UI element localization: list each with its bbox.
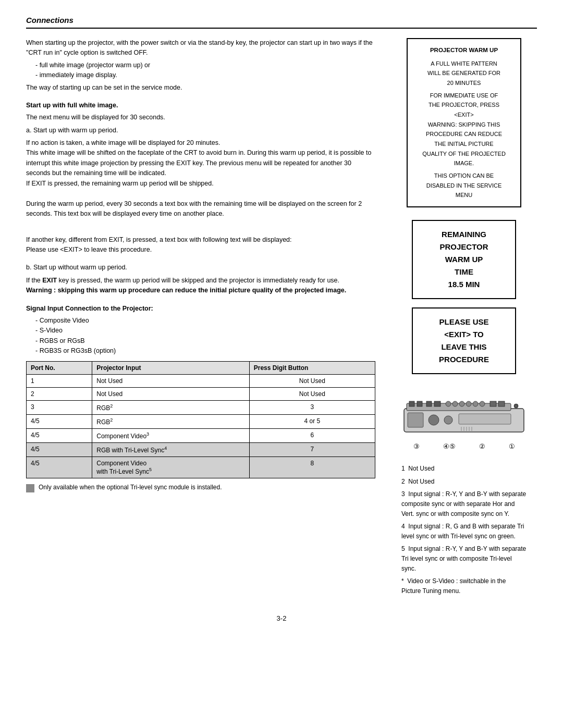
col-button: Press Digit Button [249, 362, 375, 375]
svg-rect-17 [459, 414, 511, 424]
svg-point-23 [514, 404, 518, 408]
note-3: 3 Input signal : R-Y, Y and B-Y with sep… [401, 489, 527, 519]
warmup-line10: QUALITY OF THE PROJECTED [415, 149, 513, 159]
signal-bullets: Composite Video S-Video RGBS or RGsB RGB… [26, 316, 375, 356]
svg-rect-13 [498, 401, 505, 406]
right-column: PROJECTOR WARM UP A FULL WHITE PATTERN W… [391, 38, 537, 599]
page-title: Connections [26, 16, 74, 24]
startup-title: Start up with full white image. [26, 101, 375, 110]
table-row: 2 Not Used Not Used [27, 388, 375, 401]
cell-button: 7 [249, 443, 375, 457]
cell-port: 2 [27, 388, 92, 401]
footnote-icon [26, 484, 34, 492]
startup-para10: If the EXIT key is pressed, the warm up … [26, 276, 375, 286]
please-line3: LEAVE THIS [423, 341, 505, 353]
startup-para2: a. Start up with warm up period. [26, 126, 375, 135]
svg-point-16 [444, 416, 452, 424]
warmup-period-text: During the warm up period, every 30 seco… [26, 199, 375, 219]
warmup-line5: THE PROJECTOR, PRESS [415, 100, 513, 110]
table-row: 1 Not Used Not Used [27, 375, 375, 388]
remaining-line5: 18.5 MIN [423, 278, 505, 291]
col-port: Port No. [27, 362, 92, 375]
left-column: When starting up the projector, with the… [26, 38, 375, 599]
svg-rect-5 [434, 401, 440, 406]
warmup-line3: 20 MINUTES [415, 78, 513, 88]
col-input: Projector Input [92, 362, 250, 375]
warmup-line2: WILL BE GENERATED FOR [415, 68, 513, 78]
intro-text: When starting up the projector, with the… [26, 38, 375, 93]
exit-para7: If another key, different from EXIT, is … [26, 235, 375, 245]
startup-warning: Warning : skipping this warm up procedur… [26, 286, 375, 295]
warmup-para6: During the warm up period, every 30 seco… [26, 199, 375, 219]
cell-input: Component Video3 [92, 429, 250, 443]
please-use-box: PLEASE USE <EXIT> TO LEAVE THIS PROCEDUR… [412, 307, 516, 374]
note-2: 2 Not Used [401, 477, 527, 487]
table-row: 3 RGB2 3 [27, 401, 375, 415]
callout-1: ① [509, 442, 515, 450]
cell-port: 4/5 [27, 415, 92, 429]
warmup-line7: WARNING: SKIPPING THIS [415, 120, 513, 130]
cell-input: Not Used [92, 388, 250, 401]
svg-rect-12 [490, 401, 496, 406]
svg-rect-4 [426, 401, 432, 406]
svg-rect-14 [408, 413, 423, 427]
cell-input: Component Videowith Tri-Level Sync5 [92, 457, 250, 478]
signal-bullet-1: Composite Video [35, 316, 375, 326]
please-line4: PROCEDURE [423, 353, 505, 366]
warmup-line8: PROCEDURE CAN REDUCE [415, 129, 513, 139]
cell-port: 3 [27, 401, 92, 415]
cell-input: Not Used [92, 375, 250, 388]
signal-bullet-2: S-Video [35, 326, 375, 336]
callout-labels: ③ ④⑤ ② ① [401, 442, 527, 450]
svg-point-15 [429, 415, 439, 425]
callout-3: ③ [413, 442, 420, 450]
startup-section: Start up with full white image. The next… [26, 101, 375, 189]
cell-port: 1 [27, 375, 92, 388]
cell-input: RGB2 [92, 415, 250, 429]
warmup-line9: THE INITIAL PICTURE [415, 139, 513, 149]
please-line2: <EXIT> TO [423, 328, 505, 341]
cell-button: 4 or 5 [249, 415, 375, 429]
main-layout: When starting up the projector, with the… [26, 38, 537, 599]
callout-45: ④⑤ [443, 442, 456, 450]
warmup-line12: THIS OPTION CAN BE [415, 171, 513, 181]
connection-table: Port No. Projector Input Press Digit But… [26, 361, 375, 478]
table-row: 4/5 Component Video3 6 [27, 429, 375, 443]
startup-para3: If no action is taken, a white image wil… [26, 138, 375, 148]
table-row: 4/5 RGB2 4 or 5 [27, 415, 375, 429]
remaining-time-box: REMAINING PROJECTOR WARM UP TIME 18.5 MI… [412, 220, 516, 299]
signal-bullet-3: RGBS or RGsB [35, 336, 375, 346]
startup-para9: b. Start up without warm up period. [26, 263, 375, 273]
startup-b-text: b. Start up without warm up period. If t… [26, 263, 375, 295]
intro-bullet2: immediately image display. [35, 70, 375, 80]
intro-bullets: full white image (projector warm up) or … [26, 60, 375, 81]
cell-input: RGB with Tri-Level Sync4 [92, 443, 250, 457]
note-5: 5 Input signal : R-Y, Y and B-Y with sep… [401, 544, 527, 573]
table-row: 4/5 RGB with Tri-Level Sync4 7 [27, 443, 375, 457]
cell-button: Not Used [249, 388, 375, 401]
table-row: 4/5 Component Videowith Tri-Level Sync5 … [27, 457, 375, 478]
intro-para2: The way of starting up can be set in the… [26, 83, 375, 93]
startup-para1: The next menu will be displayed for 30 s… [26, 113, 375, 122]
cell-button: Not Used [249, 375, 375, 388]
cell-input: RGB2 [92, 401, 250, 415]
startup-para4: This white image will be shifted on the … [26, 148, 375, 178]
svg-point-11 [480, 401, 485, 406]
warmup-line13: DISABLED IN THE SERVICE [415, 181, 513, 191]
signal-bullet-4: RGB3S or RG3sB (option) [35, 346, 375, 356]
svg-rect-3 [417, 401, 422, 406]
remaining-line2: PROJECTOR [423, 241, 505, 253]
note-1: 1 Not Used [401, 464, 527, 474]
cell-port: 4/5 [27, 457, 92, 478]
signal-title: Signal Input Connection to the Projector… [26, 304, 375, 314]
please-line1: PLEASE USE [423, 316, 505, 328]
svg-point-6 [446, 401, 451, 406]
svg-point-8 [459, 401, 464, 406]
projector-diagram-container: ③ ④⑤ ② ① [401, 398, 527, 450]
remaining-line1: REMAINING [423, 228, 505, 241]
warmup-line14: MENU [415, 190, 513, 200]
svg-point-7 [452, 401, 458, 406]
warmup-line1: A FULL WHITE PATTERN [415, 59, 513, 69]
cell-button: 8 [249, 457, 375, 478]
note-4: 4 Input signal : R, G and B with separat… [401, 522, 527, 541]
